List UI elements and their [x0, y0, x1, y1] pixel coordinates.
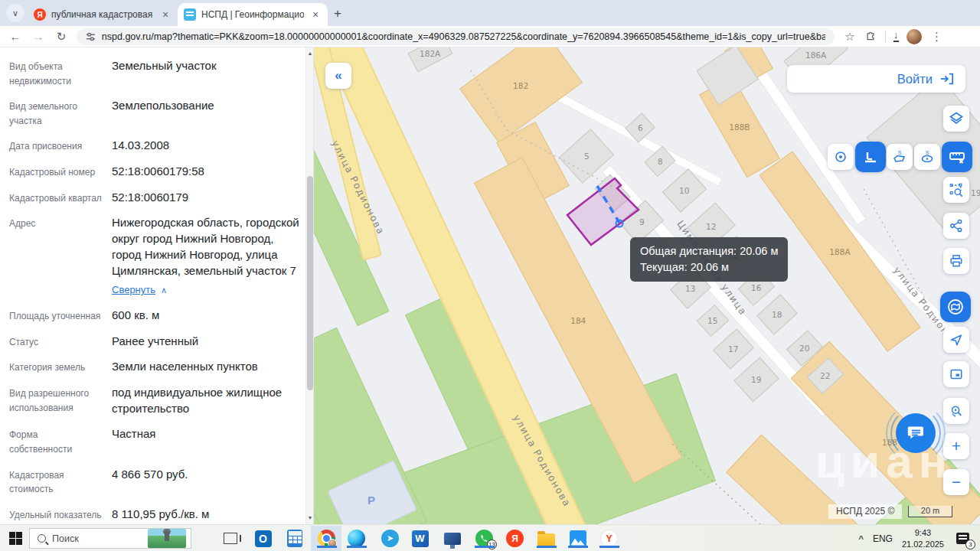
profile-avatar[interactable] [906, 29, 922, 44]
map-building[interactable]: 19 [733, 357, 779, 402]
measure-area-polygon-button[interactable]: S [887, 144, 913, 170]
notification-center-button[interactable]: 3 [953, 529, 972, 548]
panel-row-value: Ранее учтенный [112, 334, 299, 350]
building-number: 184 [570, 315, 586, 324]
tray-expand-icon[interactable]: ^ [858, 534, 863, 543]
layers-button[interactable] [943, 106, 969, 132]
panel-row: Категория земельЗемли населенных пунктов [9, 359, 299, 375]
taskbar-search[interactable]: Поиск [29, 528, 191, 549]
building-number: 19Б [971, 188, 980, 197]
map-building[interactable]: 18 [756, 294, 798, 334]
close-tab-icon[interactable]: × [309, 8, 322, 21]
edge-icon[interactable] [347, 529, 366, 548]
scroll-down-icon[interactable]: ▼ [306, 514, 314, 523]
zoom-in-button[interactable]: + [943, 433, 969, 459]
building-number: 12 [706, 222, 716, 231]
measure-length-button[interactable] [855, 142, 886, 172]
screenshot-button[interactable] [943, 361, 969, 387]
panel-row-value: 4 866 570 руб. [112, 467, 299, 497]
measure-point-button[interactable] [828, 144, 854, 170]
panel-row-label: Вид объекта недвижимости [9, 58, 103, 88]
tab-nspd[interactable]: НСПД | Геоинформационный × [178, 3, 328, 26]
panel-row-value: 52:18:0060179:58 [112, 164, 299, 180]
print-button[interactable] [943, 248, 969, 274]
tab-title: публичная кадастровая карта [51, 9, 154, 20]
scroll-up-icon[interactable]: ▲ [306, 49, 314, 58]
navigation-arrow-icon [949, 333, 963, 347]
select-area-search-button[interactable] [943, 177, 969, 203]
measure-clear-button[interactable] [942, 142, 972, 172]
zoom-out-button[interactable]: − [943, 469, 969, 495]
my-location-button[interactable] [943, 327, 969, 353]
downloads-icon[interactable]: ↓ [893, 31, 899, 42]
scale-bar: 20 m [908, 506, 952, 517]
svg-text:S: S [926, 150, 929, 155]
panel-row: Кадастровая стоимость4 866 570 руб. [9, 467, 299, 497]
tooltip-current: Текущая: 20.06 м [640, 259, 778, 276]
tab-pkk[interactable]: Я публичная кадастровая карта × [28, 3, 178, 26]
map-canvas[interactable]: P182184188В188А188182А186А56891012131415… [314, 47, 980, 524]
feedback-map-button[interactable] [940, 292, 971, 322]
site-info-icon[interactable] [86, 31, 96, 42]
panel-scrollbar[interactable]: ▲ ▼ [305, 47, 313, 524]
yandex-icon[interactable]: Я [505, 529, 524, 548]
building-number: 182А [420, 49, 440, 58]
search-doodle-image[interactable] [148, 529, 186, 548]
clock[interactable]: 9:43 21.02.2025 [902, 527, 944, 549]
calculator-icon[interactable] [285, 529, 304, 548]
panel-row-label: Площадь уточненная [9, 308, 103, 324]
extensions-icon[interactable] [865, 31, 877, 43]
panel-row: Вид разрешенного использованияпод индиви… [9, 385, 299, 416]
tray-time: 9:43 [902, 527, 944, 538]
panel-row-label: Адрес [9, 215, 103, 297]
whatsapp-icon[interactable]: 13 [475, 529, 494, 548]
forward-button[interactable]: → [31, 30, 46, 43]
yandex-browser-icon[interactable]: Y [599, 529, 619, 548]
panel-row-label: Кадастровый номер [9, 164, 103, 180]
notification-badge: 3 [965, 540, 975, 549]
collapse-panel-button[interactable]: « [325, 63, 351, 89]
panel-row-value: 8 110,95 руб./кв. м [112, 507, 299, 524]
new-tab-button[interactable]: + [334, 6, 341, 21]
photos-icon[interactable] [568, 529, 587, 548]
ruler-clear-icon [949, 149, 965, 165]
panel-row-label: Дата присвоения [9, 138, 103, 154]
map-building[interactable]: 182А [407, 47, 452, 73]
reload-button[interactable]: ↻ [54, 30, 69, 44]
parcel-info-panel: Вид объекта недвижимостиЗемельный участо… [0, 47, 314, 524]
login-button[interactable]: Войти [787, 65, 965, 93]
back-button[interactable]: ← [8, 30, 23, 43]
url-bar[interactable]: nspd.gov.ru/map?thematic=PKK&zoom=18.000… [77, 28, 835, 45]
scrollbar-thumb[interactable] [307, 176, 313, 390]
remote-desktop-icon[interactable] [443, 529, 462, 548]
file-explorer-icon[interactable] [537, 529, 556, 548]
share-button[interactable] [943, 213, 969, 239]
building-number: 8 [658, 157, 663, 166]
collapse-address-link[interactable]: Свернуть [112, 283, 155, 297]
area-ellipse-icon: S [920, 149, 935, 165]
task-view-button[interactable] [220, 529, 240, 548]
building-number: 20 [799, 344, 809, 353]
outlook-icon[interactable]: O [253, 529, 273, 548]
chrome-icon[interactable] [317, 529, 336, 548]
map-building[interactable]: 15 [697, 305, 730, 337]
panel-row-value: под индивидуальное жилищное строительств… [112, 385, 299, 416]
building-number: 15 [707, 316, 717, 325]
search-on-map-button[interactable] [943, 398, 969, 424]
yandex-favicon: Я [34, 8, 46, 21]
measure-area-ellipse-button[interactable]: S [914, 144, 940, 170]
close-tab-icon[interactable]: × [159, 8, 172, 21]
building-number: 22 [820, 371, 830, 380]
bookmark-star-icon[interactable]: ☆ [842, 30, 858, 44]
tab-search-chevron-icon[interactable]: ∨ [6, 4, 24, 22]
language-indicator[interactable]: ENG [873, 533, 893, 544]
parking-label: P [368, 494, 375, 507]
start-button[interactable] [9, 532, 22, 545]
browser-menu-icon[interactable]: ⋮ [929, 30, 945, 44]
length-ruler-icon [863, 149, 878, 165]
telegram-icon[interactable]: ➤ [381, 529, 400, 548]
map-building[interactable] [594, 174, 631, 211]
word-icon[interactable]: W [410, 529, 430, 548]
panel-row-value: Частная [112, 426, 299, 456]
chat-widget-button[interactable] [896, 413, 936, 453]
